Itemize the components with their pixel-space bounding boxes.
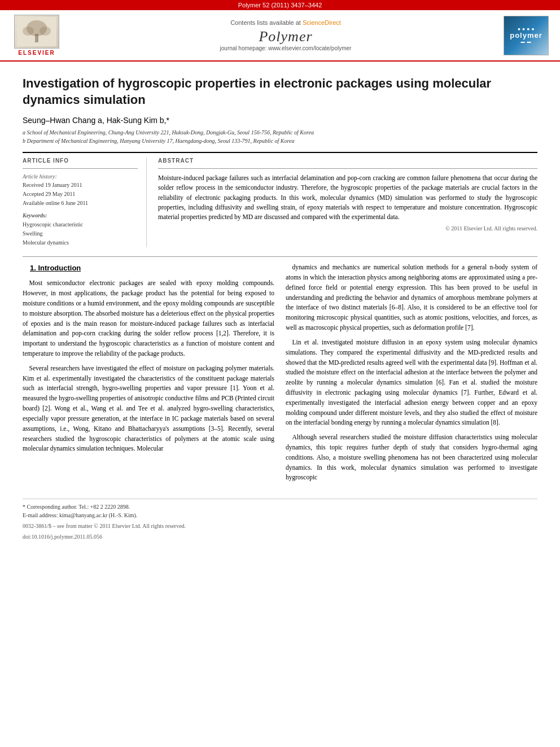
elsevier-tree-image (14, 15, 59, 49)
authors-text: Seung–Hwan Chang a, Hak-Sung Kim b,* (23, 116, 169, 125)
copyright-line: © 2011 Elsevier Ltd. All rights reserved… (158, 225, 537, 231)
keyword-3: Molecular dynamics (23, 238, 138, 247)
intro-para3: dynamics and mechanics are numerical sol… (286, 263, 537, 333)
abstract-text: Moisture-induced package failures such a… (158, 173, 537, 222)
sciencedirect-link[interactable]: ScienceDirect (303, 19, 341, 26)
intro-heading: 1. Introduction (23, 263, 274, 274)
svg-rect-2 (35, 34, 38, 42)
body-two-col: 1. Introduction Most semiconductor elect… (23, 263, 537, 487)
intro-para1: Most semiconductor electronic packages a… (23, 278, 274, 359)
intro-para4: Lin et al. investigated moisture diffusi… (286, 338, 537, 428)
body-col-right: dynamics and mechanics are numerical sol… (286, 263, 537, 487)
journal-header: ELSEVIER Contents lists available at Sci… (0, 10, 560, 62)
polymer-logo-bottom: ▬ ▬ (521, 40, 532, 43)
journal-center-info: Contents lists available at ScienceDirec… (73, 19, 498, 51)
elsevier-logo: ELSEVIER (6, 15, 68, 56)
available-date: Available online 6 June 2011 (23, 199, 138, 208)
date-info: Received 19 January 2011 Accepted 29 May… (23, 181, 138, 208)
intro-para5: Although several researchers studied the… (286, 433, 537, 483)
accepted-date: Accepted 29 May 2011 (23, 190, 138, 199)
footnote-email: E-mail address: kima@hanyang.ac.kr (H.-S… (23, 511, 537, 519)
svg-point-4 (40, 27, 51, 36)
authors: Seung–Hwan Chang a, Hak-Sung Kim b,* (23, 116, 537, 125)
keyword-1: Hygroscopic characteristic (23, 220, 138, 229)
doi-line: doi:10.1016/j.polymer.2011.05.056 (23, 532, 537, 541)
elsevier-text: ELSEVIER (18, 50, 55, 56)
article-info-panel: ARTICLE INFO Article history: Received 1… (23, 158, 147, 247)
keywords-list: Hygroscopic characteristic Swelling Mole… (23, 220, 138, 247)
divider2 (158, 168, 537, 169)
intro-heading-text: 1. Introduction (30, 264, 81, 272)
main-content: Investigation of hygroscopic properties … (0, 62, 560, 552)
intro-para2: Several researchers have investigated th… (23, 364, 274, 454)
keyword-2: Swelling (23, 229, 138, 238)
polymer-logo: ■ ■ ■ ■ polymer ▬ ▬ (504, 16, 549, 55)
article-title: Investigation of hygroscopic properties … (23, 76, 537, 108)
banner-text: Polymer 52 (2011) 3437–3442 (238, 2, 322, 8)
abstract-section: ABSTRACT Moisture-induced package failur… (158, 158, 537, 247)
divider3 (23, 256, 537, 257)
email-label: E-mail address: (23, 512, 58, 518)
affiliation-b: b Department of Mechanical Engineering, … (23, 137, 537, 145)
divider-bold (23, 152, 537, 153)
journal-homepage: journal homepage: www.elsevier.com/locat… (73, 45, 498, 51)
top-banner: Polymer 52 (2011) 3437–3442 (0, 0, 560, 10)
abstract-heading: ABSTRACT (158, 158, 537, 164)
footnote-area: * Corresponding author. Tel.: +82 2 2220… (23, 499, 537, 541)
divider1 (23, 168, 138, 169)
received-date: Received 19 January 2011 (23, 181, 138, 190)
affiliations: a School of Mechanical Engineering, Chun… (23, 128, 537, 145)
polymer-logo-text: polymer (510, 31, 542, 40)
polymer-logo-container: ■ ■ ■ ■ polymer ▬ ▬ (504, 16, 554, 55)
keywords-section: Keywords: Hygroscopic characteristic Swe… (23, 212, 138, 247)
affiliation-a: a School of Mechanical Engineering, Chun… (23, 128, 537, 137)
journal-title: Polymer (73, 28, 498, 45)
issn-line: 0032-3861/$ – see front matter © 2011 El… (23, 522, 537, 530)
polymer-logo-small: ■ ■ ■ ■ (518, 27, 535, 31)
article-info-heading: ARTICLE INFO (23, 158, 138, 164)
keywords-label: Keywords: (23, 212, 138, 219)
footnote-star: * Corresponding author. Tel.: +82 2 2220… (23, 503, 537, 511)
body-col-left: 1. Introduction Most semiconductor elect… (23, 263, 274, 487)
history-label: Article history: (23, 173, 138, 180)
svg-point-3 (23, 27, 34, 36)
contents-text: Contents lists available at (230, 19, 301, 26)
email-value: kima@hanyang.ac.kr (H.-S. Kim). (59, 512, 137, 518)
article-info-abstract: ARTICLE INFO Article history: Received 1… (23, 158, 537, 247)
